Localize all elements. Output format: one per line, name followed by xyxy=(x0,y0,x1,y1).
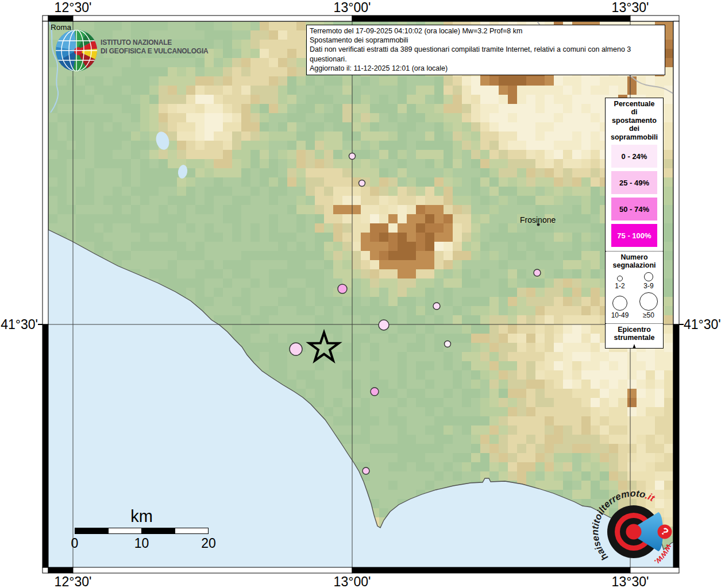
event-data-note: Dati non verificati estratti da 389 ques… xyxy=(310,45,662,63)
legend-title: Percentuale di spostamento dei soprammob… xyxy=(606,100,663,141)
report-marker xyxy=(445,341,451,347)
axis-label-top-3: 13°30' xyxy=(612,0,649,16)
legend-divider xyxy=(606,251,663,252)
report-marker xyxy=(359,180,365,187)
map-label-frosinone: Frosinone xyxy=(520,215,556,225)
report-marker xyxy=(338,284,347,293)
scale-bar: km 0 10 20 xyxy=(75,508,209,552)
scale-unit: km xyxy=(75,508,209,525)
scale-bar-segments xyxy=(75,528,209,534)
report-marker xyxy=(534,269,541,276)
report-marker xyxy=(349,153,356,160)
report-marker xyxy=(363,467,369,474)
axis-label-bottom-1: 12°30' xyxy=(55,574,92,588)
axis-label-top-2: 13°00' xyxy=(334,0,371,16)
legend-swatch-50-74: 50 - 74% xyxy=(611,198,657,220)
ingv-name-line1: ISTITUTO NAZIONALE xyxy=(101,38,172,47)
count-circle-3-9 xyxy=(644,272,653,281)
legend-divider xyxy=(606,323,663,324)
event-title: Terremoto del 17-09-2025 04:10:02 (ora l… xyxy=(310,26,662,36)
legend-swatch-0-24: 0 - 24% xyxy=(611,145,657,168)
count-circle-1-2 xyxy=(617,276,623,281)
ingv-felt-report-map: Roma Frosinone haisentitoilterremoto.it … xyxy=(0,0,721,588)
event-info-box: Terremoto del 17-09-2025 04:10:02 (ora l… xyxy=(306,25,665,75)
axis-label-left: 41°30' xyxy=(0,317,38,332)
legend: Percentuale di spostamento dei soprammob… xyxy=(605,98,664,349)
axis-label-bottom-3: 13°30' xyxy=(612,574,649,588)
legend-swatch-75-100: 75 - 100% xyxy=(611,224,657,247)
event-effect: Spostamento dei soprammobili xyxy=(310,36,662,45)
report-marker xyxy=(379,320,389,330)
target-center xyxy=(626,524,642,540)
globe-icon xyxy=(56,30,97,71)
axis-label-bottom-2: 13°00' xyxy=(334,574,371,588)
event-updated: Aggiornato il: 11-12-2025 12:01 (ora loc… xyxy=(310,64,662,73)
report-marker xyxy=(371,388,379,396)
legend-count-title: Numero segnalazioni xyxy=(606,253,663,270)
scale-ticks: 0 10 20 xyxy=(75,536,209,552)
report-marker xyxy=(290,343,302,355)
legend-swatch-25-49: 25 - 49% xyxy=(611,171,657,194)
legend-epicenter-title: Epicentro strumentale xyxy=(606,326,663,342)
map-label-roma: Roma xyxy=(51,23,72,32)
report-marker xyxy=(433,303,440,310)
count-circle-50plus xyxy=(639,292,658,311)
axis-label-right: 41°30' xyxy=(684,317,721,332)
ingv-name-line2: DI GEOFISICA E VULCANOLOGIA xyxy=(101,47,209,55)
axis-label-top-1: 12°30' xyxy=(55,0,92,16)
count-circle-10-49 xyxy=(612,296,627,311)
legend-star-icon xyxy=(624,343,645,349)
